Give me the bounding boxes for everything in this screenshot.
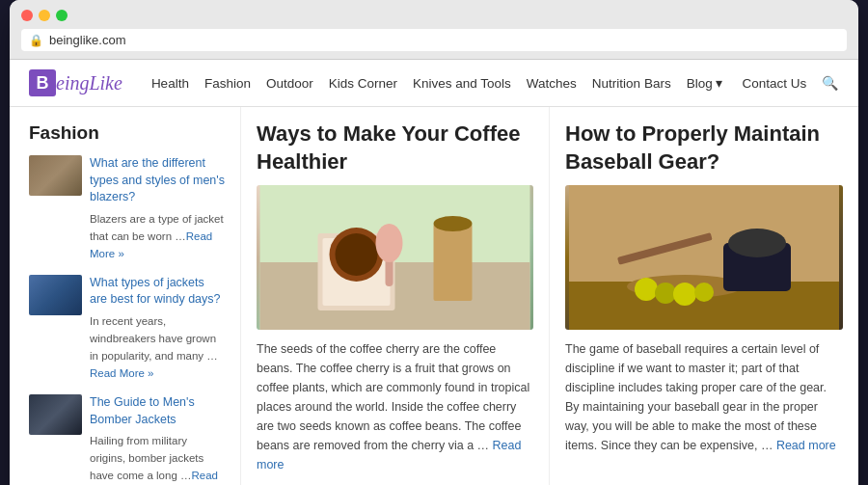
sidebar-link-bomber[interactable]: The Guide to Men's Bomber Jackets [90,394,225,428]
sidebar-fashion-item-1: What are the different types and styles … [29,155,225,261]
nav-health[interactable]: Health [151,76,189,91]
browser-window: 🔒 beinglike.com B eingLike Health Fashio… [10,0,858,485]
svg-rect-8 [434,224,473,301]
svg-point-5 [336,233,378,276]
main-layout: Fashion What are the different types and… [10,107,858,485]
nav-fashion[interactable]: Fashion [204,76,251,91]
maximize-button[interactable] [56,10,68,21]
content-area: Ways to Make Your Coffee Healthier [241,107,858,485]
sidebar-thumb-bomber [29,394,82,435]
nav-blog[interactable]: Blog ▾ [687,75,723,91]
article-baseball-title: How to Properly Maintain Baseball Gear? [565,121,843,175]
sidebar-fashion-item-3: The Guide to Men's Bomber Jackets Hailin… [29,394,225,485]
article-coffee: Ways to Make Your Coffee Healthier [241,107,550,485]
nav-watches[interactable]: Watches [527,76,577,91]
nav-knives[interactable]: Knives and Tools [413,76,511,91]
sidebar-text-blazer: What are the different types and styles … [90,155,225,261]
nav-nutrition[interactable]: Nutrition Bars [592,76,671,91]
article-coffee-title: Ways to Make Your Coffee Healthier [257,121,533,175]
lock-icon: 🔒 [29,34,43,47]
sidebar-fashion-item-2: What types of jackets are best for windy… [29,275,225,381]
logo-text: eingLike [56,72,122,94]
read-more-blazer[interactable]: Read More » [90,230,212,259]
article-coffee-read-more[interactable]: Read more [257,439,521,472]
nav-outdoor[interactable]: Outdoor [266,76,313,91]
article-baseball-image [565,185,843,330]
sidebar-text-bomber: The Guide to Men's Bomber Jackets Hailin… [90,394,225,485]
sidebar-fashion-title: Fashion [29,122,225,144]
site-nav: Health Fashion Outdoor Kids Corner Knive… [151,75,839,91]
minimize-button[interactable] [39,10,50,21]
article-coffee-image [257,185,533,330]
browser-buttons [21,10,847,21]
logo-b-letter: B [29,69,56,96]
read-more-bomber[interactable]: Read More » [90,470,218,485]
svg-point-13 [635,278,658,301]
sidebar: Fashion What are the different types and… [10,107,241,485]
sidebar-link-blazer[interactable]: What are the different types and styles … [90,155,225,206]
article-baseball-body: The game of baseball requires a certain … [565,339,843,455]
site-content: B eingLike Health Fashion Outdoor Kids C… [10,60,858,485]
sidebar-thumb-jacket [29,275,82,315]
url-text: beinglike.com [49,33,126,47]
article-baseball: How to Properly Maintain Baseball Gear? [550,107,858,485]
svg-point-16 [694,283,714,302]
svg-point-9 [434,216,473,231]
read-more-jacket[interactable]: Read More » [90,367,153,379]
browser-chrome: 🔒 beinglike.com [10,0,858,60]
nav-kids-corner[interactable]: Kids Corner [329,76,397,91]
svg-point-14 [655,283,676,304]
sidebar-text-jacket: What types of jackets are best for windy… [90,275,225,381]
site-logo[interactable]: B eingLike [29,69,122,96]
address-bar[interactable]: 🔒 beinglike.com [21,29,847,51]
svg-point-15 [673,283,696,306]
sidebar-link-jacket[interactable]: What types of jackets are best for windy… [90,275,225,309]
sidebar-desc-blazer: Blazers are a type of jacket that can be… [90,213,224,259]
nav-contact[interactable]: Contact Us [742,76,806,91]
articles-grid: Ways to Make Your Coffee Healthier [241,107,858,485]
article-baseball-read-more[interactable]: Read more [776,439,836,452]
sidebar-desc-jacket: In recent years, windbreakers have grown… [90,315,218,379]
svg-point-7 [376,224,403,262]
article-coffee-body: The seeds of the coffee cherry are the c… [257,339,533,474]
close-button[interactable] [21,10,33,21]
search-icon[interactable]: 🔍 [822,75,838,91]
sidebar-thumb-blazer [29,155,82,196]
svg-point-18 [728,229,786,257]
sidebar-desc-bomber: Hailing from military origins, bomber ja… [90,435,218,485]
site-header: B eingLike Health Fashion Outdoor Kids C… [10,60,858,107]
